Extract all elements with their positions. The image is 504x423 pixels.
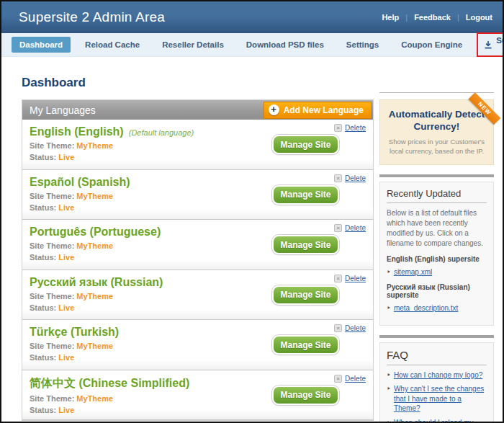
tab-download-psd-files[interactable]: Download PSD files xyxy=(238,37,332,53)
link-row: ‣sitemap.xml xyxy=(387,267,487,277)
download-icon xyxy=(484,40,492,49)
file-link[interactable]: sitemap.xml xyxy=(394,267,432,277)
manage-site-button[interactable]: Manage Site xyxy=(272,285,339,305)
file-link[interactable]: meta_description.txt xyxy=(394,303,459,313)
faq-link[interactable]: Why can't I see the changes that I have … xyxy=(394,384,487,414)
app-header: Supersite 2 Admin Area Help|Feedback|Log… xyxy=(1,1,503,33)
status-label: Status: xyxy=(30,153,56,161)
delete-label: Delete xyxy=(345,375,366,383)
status-label: Status: xyxy=(30,406,56,414)
file-group-heading: English (English) supersite xyxy=(387,255,487,263)
tab-reload-cache[interactable]: Reload Cache xyxy=(77,37,148,53)
language-name: Português (Portuguese) xyxy=(30,226,161,238)
delete-label: Delete xyxy=(345,124,366,132)
faq-title: FAQ xyxy=(387,349,487,365)
status-value: Live xyxy=(58,303,74,312)
delete-label: Delete xyxy=(345,174,366,182)
arrow-bullet-icon: ‣ xyxy=(387,370,391,380)
tab-settings[interactable]: Settings xyxy=(338,37,387,53)
delete-link[interactable]: × Delete xyxy=(334,275,366,282)
delete-x-icon: × xyxy=(334,174,342,182)
language-row: Português (Portuguese) Site Theme:MyThem… xyxy=(22,220,373,270)
language-row: Español (Spanish) Site Theme:MyTheme Sta… xyxy=(22,170,373,221)
promo-title: Automatically Detect Currency! xyxy=(386,109,487,133)
status-value: Live xyxy=(58,253,74,262)
status-label: Status: xyxy=(30,253,56,262)
delete-x-icon: × xyxy=(334,375,342,383)
language-name: Türkçe (Turkish) xyxy=(30,326,119,338)
my-languages-title: My Languages xyxy=(30,104,96,116)
app-title: Supersite 2 Admin Area xyxy=(19,9,165,25)
site-theme-label: Site Theme: xyxy=(30,292,74,300)
recently-updated-section: Recently Updated Below is a list of defa… xyxy=(379,182,494,325)
manage-site-button[interactable]: Manage Site xyxy=(272,135,339,154)
link-row: ‣meta_description.txt xyxy=(387,303,487,313)
header-links: Help|Feedback|Logout xyxy=(382,13,492,22)
manage-site-button[interactable]: Manage Site xyxy=(272,235,339,254)
my-languages-header: My Languages + Add New Language xyxy=(22,99,373,120)
currency-promo-box[interactable]: NEW Automatically Detect Currency! Show … xyxy=(379,99,494,165)
admin-page: Supersite 2 Admin Area Help|Feedback|Log… xyxy=(0,0,504,423)
site-theme-value: MyTheme xyxy=(76,292,113,300)
manage-site-button[interactable]: Manage Site xyxy=(272,335,339,355)
delete-label: Delete xyxy=(345,224,366,232)
header-link-help[interactable]: Help xyxy=(382,13,399,22)
faq-link[interactable]: When should I reload my supersite Cache? xyxy=(394,418,487,423)
page-title: Dashboard xyxy=(22,76,494,90)
site-theme-label: Site Theme: xyxy=(30,192,74,200)
arrow-bullet-icon: ‣ xyxy=(387,267,391,277)
delete-x-icon: × xyxy=(334,324,342,332)
plus-icon: + xyxy=(269,104,279,115)
site-theme-label: Site Theme: xyxy=(30,394,74,403)
delete-link[interactable]: × Delete xyxy=(334,224,366,232)
header-link-logout[interactable]: Logout xyxy=(466,13,492,22)
arrow-bullet-icon: ‣ xyxy=(387,384,391,414)
site-theme-value: MyTheme xyxy=(76,141,113,150)
site-theme-value: MyTheme xyxy=(76,192,113,200)
language-name: Español (Spanish) xyxy=(30,176,130,188)
status-label: Status: xyxy=(30,203,56,212)
status-label: Status: xyxy=(30,303,56,312)
link-row: ‣How can I change my logo? xyxy=(387,370,487,380)
delete-link[interactable]: × Delete xyxy=(334,174,366,182)
manage-site-button[interactable]: Manage Site xyxy=(272,185,339,205)
manage-site-button[interactable]: Manage Site xyxy=(272,386,339,405)
tab-dashboard[interactable]: Dashboard xyxy=(12,37,71,53)
site-theme-value: MyTheme xyxy=(76,342,113,350)
status-value: Live xyxy=(58,203,74,212)
delete-x-icon: × xyxy=(334,224,342,232)
arrow-bullet-icon: ‣ xyxy=(387,418,391,423)
delete-link[interactable]: × Delete xyxy=(334,124,366,132)
main-nav: DashboardReload CacheReseller DetailsDow… xyxy=(1,33,503,57)
tab-reseller-details[interactable]: Reseller Details xyxy=(154,37,232,53)
separator: | xyxy=(405,13,408,22)
delete-link[interactable]: × Delete xyxy=(334,324,366,332)
delete-link[interactable]: × Delete xyxy=(334,375,366,383)
language-rows: English (English) (Default language) Sit… xyxy=(22,120,373,420)
add-new-language-button[interactable]: + Add New Language xyxy=(264,102,372,119)
faq-section: FAQ ‣How can I change my logo?‣Why can't… xyxy=(379,342,494,423)
nav-tabs: DashboardReload CacheReseller DetailsDow… xyxy=(12,37,477,53)
faq-links: ‣How can I change my logo?‣Why can't I s… xyxy=(387,370,487,423)
delete-x-icon: × xyxy=(334,124,342,132)
link-row: ‣When should I reload my supersite Cache… xyxy=(387,418,487,423)
site-theme-label: Site Theme: xyxy=(30,241,74,250)
language-name: 简体中文 (Chinese Simplified) xyxy=(30,377,189,389)
status-value: Live xyxy=(58,153,74,161)
recently-updated-description: Below is a list of default files which h… xyxy=(387,208,487,248)
delete-label: Delete xyxy=(345,324,366,332)
language-name: Русский язык (Russian) xyxy=(30,276,163,288)
site-theme-value: MyTheme xyxy=(76,394,113,403)
tab-coupon-engine[interactable]: Coupon Engine xyxy=(393,37,470,53)
add-button-label: Add New Language xyxy=(284,105,364,115)
supersite1-files-button[interactable]: SuperSite 1 Files xyxy=(477,32,504,57)
delete-label: Delete xyxy=(345,275,366,282)
status-value: Live xyxy=(58,353,74,362)
recently-updated-groups: English (English) supersite‣sitemap.xmlР… xyxy=(387,255,487,313)
header-link-feedback[interactable]: Feedback xyxy=(414,13,451,22)
language-row: Türkçe (Turkish) Site Theme:MyTheme Stat… xyxy=(22,320,373,370)
language-note: (Default language) xyxy=(127,128,194,137)
files-button-label: SuperSite 1 Files xyxy=(496,36,504,53)
file-group-heading: Русский язык (Russian) supersite xyxy=(387,283,487,299)
faq-link[interactable]: How can I change my logo? xyxy=(394,370,482,380)
